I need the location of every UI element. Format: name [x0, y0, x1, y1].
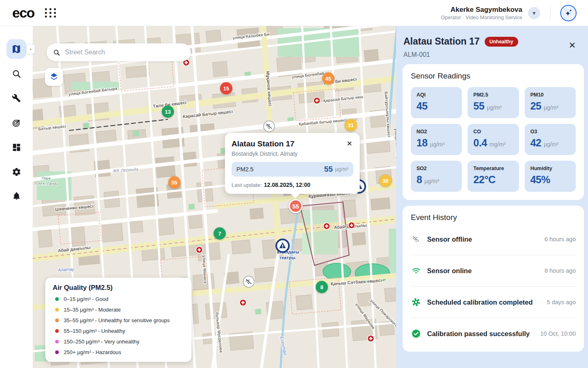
sidebar-item-dashboard[interactable]	[7, 137, 26, 157]
map-layers-button[interactable]	[45, 68, 63, 86]
map-icon	[11, 44, 21, 54]
legend-item: 150–250 µg/m³ - Very unhealthy	[53, 339, 184, 345]
map-marker-selected[interactable]: 55	[289, 199, 303, 213]
street-label: Парк	[42, 176, 51, 180]
popup-title: Alatau Station 17	[232, 139, 294, 148]
event-row: Sensor offline 6 hours ago	[411, 224, 576, 255]
popup-metric-unit: µg/m³	[335, 166, 348, 172]
map-marker[interactable]: 45	[322, 72, 334, 85]
wifi-off-icon	[411, 234, 421, 244]
sensor-tile-pm10: PM1025µg/m³	[525, 87, 576, 118]
street-label: Алатау	[57, 267, 75, 272]
sidebar-item-notifications[interactable]	[7, 186, 26, 206]
sensor-readings-title: Sensor Readings	[411, 72, 576, 81]
check-circle-icon	[411, 329, 421, 339]
wrench-icon	[12, 94, 21, 103]
sidebar-item-search[interactable]	[7, 64, 26, 83]
gear-icon	[12, 167, 21, 177]
eco-logo: eco	[12, 5, 34, 21]
event-row: Sensor online 8 hours ago	[411, 255, 576, 287]
street-search-bar[interactable]	[47, 43, 191, 61]
sidebar-item-monitoring[interactable]	[7, 113, 26, 132]
legend-item: 0–15 µg/m³ - Good	[53, 296, 184, 302]
popup-metric-value: 55	[324, 165, 333, 174]
map-marker[interactable]: 31	[345, 119, 357, 131]
map-marker[interactable]: 30	[379, 175, 392, 187]
legend-dot-moderate	[55, 308, 59, 312]
search-icon	[53, 49, 60, 56]
legend-item: 55–150 µg/m³ - Unhealthy	[53, 328, 184, 334]
dashboard-icon	[12, 143, 21, 152]
legend-item: 35–55 µg/m³ - Unhealthy for sensitive gr…	[53, 317, 184, 323]
street-label: М.К. Ганди	[38, 181, 58, 186]
sparkle-small-icon: ✦	[569, 9, 572, 13]
event-history-card: Event History Sensor offline 6 hours ago…	[403, 206, 584, 352]
apps-grid-icon[interactable]	[45, 8, 57, 18]
station-details-panel: Alatau Station 17 Unhealthy ✕ ALM-001 Se…	[396, 26, 588, 368]
alert-station-map-icon[interactable]	[275, 238, 290, 255]
legend-dot-usg	[55, 319, 59, 322]
sidebar-item-map[interactable]	[7, 39, 26, 59]
sensor-tile-no2: NO218µg/m³	[411, 124, 462, 155]
wifi-icon	[411, 266, 421, 276]
search-icon	[12, 69, 21, 79]
event-row: Scheduled calibration completed 5 days a…	[411, 287, 576, 318]
popup-metric-row: PM2.5 55 µg/m³	[232, 162, 353, 177]
sidebar-expand-button[interactable]: ›	[26, 44, 35, 54]
user-name: Akerke Sagymbekova	[441, 6, 522, 14]
sensor-readings-card: Sensor Readings AQI45 PM2.555µg/m³ PM102…	[403, 64, 584, 200]
sensor-offline-map-icon[interactable]	[243, 276, 255, 289]
panel-close-icon[interactable]: ✕	[568, 41, 576, 49]
legend-dot-unhealthy	[55, 329, 59, 333]
sensor-tile-so2: SO28µg/m³	[411, 161, 462, 192]
map-marker[interactable]: 55	[168, 176, 180, 188]
map-canvas[interactable]: улица Казыбек Биулица Богенбай Батыраули…	[33, 26, 396, 368]
popup-last-update: Last update:12.08.2025, 12:00	[232, 182, 353, 188]
sensor-offline-map-icon[interactable]	[263, 120, 275, 134]
legend-dot-hazardous	[55, 350, 59, 354]
sensor-tile-temperature: Temperature22°C	[468, 161, 519, 192]
status-badge: Unhealthy	[485, 37, 518, 47]
sidebar-item-tools[interactable]	[7, 88, 26, 108]
layers-icon	[49, 72, 59, 82]
event-history-title: Event History	[411, 213, 576, 222]
map-marker[interactable]: 13	[162, 105, 174, 118]
popup-metric-label: PM2.5	[236, 166, 254, 173]
map-marker[interactable]: 15	[220, 82, 232, 94]
header-divider	[550, 6, 550, 20]
station-popup: Alatau Station 17 ✕ Bostandyk District, …	[225, 133, 360, 194]
sensor-tile-aqi: AQI45	[411, 87, 462, 118]
legend-dot-very-unhealthy	[55, 340, 59, 343]
popup-close-icon[interactable]: ✕	[346, 139, 353, 148]
bell-icon	[12, 192, 21, 201]
street-label: театры	[279, 255, 295, 260]
ai-assistant-button[interactable]: ✦ ✦	[560, 5, 577, 21]
user-role: Operator · Video Monitoring Service	[441, 15, 522, 20]
map-marker[interactable]: 7	[214, 227, 226, 240]
user-info: Akerke Sagymbekova Operator · Video Moni…	[441, 6, 522, 20]
event-row: Calibration passed successfully 10 Oct, …	[411, 318, 576, 343]
calibration-gear-icon	[411, 297, 421, 307]
legend-item: 15–35 µg/m³ - Moderate	[53, 307, 184, 313]
target-icon	[12, 118, 21, 128]
legend-dot-good	[55, 297, 59, 301]
air-quality-legend: Air Quality (PM2.5) 0–15 µg/m³ - Good 15…	[45, 278, 192, 362]
sensor-tile-co: CO0.4mg/m³	[468, 124, 519, 155]
sensor-tile-o3: O342µg/m³	[525, 124, 576, 155]
popup-subtitle: Bostandyk District, Almaty	[232, 150, 353, 157]
app-header: eco Akerke Sagymbekova Operator · Video …	[0, 0, 588, 26]
sidebar-item-settings[interactable]	[7, 162, 26, 182]
legend-title: Air Quality (PM2.5)	[53, 284, 184, 292]
sensor-tile-humidity: Humidity45%	[525, 161, 576, 192]
sensor-tile-pm25: PM2.555µg/m³	[468, 87, 519, 118]
left-sidebar	[0, 26, 33, 368]
map-marker[interactable]: 8	[316, 281, 328, 293]
station-id: ALM-001	[403, 51, 577, 58]
panel-title: Alatau Station 17	[403, 36, 480, 47]
legend-item: 250+ µg/m³ - Hazardous	[53, 349, 184, 355]
user-menu-chevron-icon[interactable]: ▼	[528, 7, 540, 19]
street-search-input[interactable]	[65, 49, 184, 56]
